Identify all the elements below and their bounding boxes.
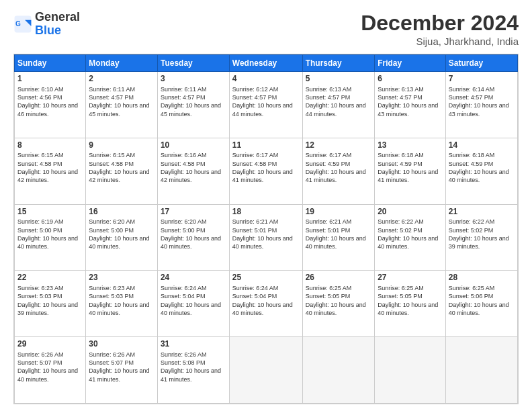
table-row [229, 337, 302, 404]
day-info: Sunrise: 6:13 AMSunset: 4:57 PMDaylight:… [378, 86, 438, 118]
day-number: 17 [161, 207, 226, 218]
table-row: 7Sunrise: 6:14 AMSunset: 4:57 PMDaylight… [445, 72, 517, 138]
day-number: 4 [232, 74, 300, 85]
day-info: Sunrise: 6:21 AMSunset: 5:01 PMDaylight:… [306, 218, 366, 250]
table-row: 23Sunrise: 6:23 AMSunset: 5:03 PMDayligh… [86, 271, 158, 337]
day-number: 31 [161, 339, 226, 350]
day-info: Sunrise: 6:25 AMSunset: 5:05 PMDaylight:… [306, 285, 366, 316]
page: G General Blue December 2024 Sijua, Jhar… [0, 0, 532, 411]
day-info: Sunrise: 6:18 AMSunset: 4:59 PMDaylight:… [449, 152, 509, 183]
header: G General Blue December 2024 Sijua, Jhar… [13, 11, 519, 47]
day-number: 3 [161, 74, 226, 85]
day-number: 9 [89, 140, 154, 151]
day-number: 16 [89, 207, 154, 218]
day-number: 23 [89, 273, 154, 283]
day-number: 14 [449, 140, 515, 151]
day-number: 30 [89, 339, 154, 350]
day-number: 5 [306, 74, 372, 85]
table-row: 15Sunrise: 6:19 AMSunset: 5:00 PMDayligh… [15, 204, 86, 271]
day-info: Sunrise: 6:23 AMSunset: 5:03 PMDaylight:… [89, 285, 149, 316]
day-number: 10 [161, 140, 226, 151]
table-row: 18Sunrise: 6:21 AMSunset: 5:01 PMDayligh… [229, 204, 302, 271]
day-number: 24 [161, 273, 226, 283]
table-row: 24Sunrise: 6:24 AMSunset: 5:04 PMDayligh… [157, 271, 229, 337]
table-row: 9Sunrise: 6:15 AMSunset: 4:58 PMDaylight… [86, 138, 158, 204]
table-row: 2Sunrise: 6:11 AMSunset: 4:57 PMDaylight… [86, 72, 158, 138]
week-row-1: 1Sunrise: 6:10 AMSunset: 4:56 PMDaylight… [15, 72, 518, 138]
table-row: 4Sunrise: 6:12 AMSunset: 4:57 PMDaylight… [229, 72, 302, 138]
day-info: Sunrise: 6:22 AMSunset: 5:02 PMDaylight:… [449, 218, 509, 250]
day-number: 27 [378, 273, 443, 283]
day-info: Sunrise: 6:22 AMSunset: 5:02 PMDaylight:… [378, 218, 438, 250]
day-number: 11 [232, 140, 300, 151]
table-row: 3Sunrise: 6:11 AMSunset: 4:57 PMDaylight… [157, 72, 229, 138]
table-row: 5Sunrise: 6:13 AMSunset: 4:57 PMDaylight… [302, 72, 375, 138]
table-row: 6Sunrise: 6:13 AMSunset: 4:57 PMDaylight… [375, 72, 446, 138]
table-row: 1Sunrise: 6:10 AMSunset: 4:56 PMDaylight… [15, 72, 86, 138]
calendar: Sunday Monday Tuesday Wednesday Thursday… [13, 54, 519, 404]
table-row: 16Sunrise: 6:20 AMSunset: 5:00 PMDayligh… [86, 204, 158, 271]
table-row: 8Sunrise: 6:15 AMSunset: 4:58 PMDaylight… [15, 138, 86, 204]
day-info: Sunrise: 6:24 AMSunset: 5:04 PMDaylight:… [232, 285, 293, 316]
logo-icon: G [13, 15, 32, 34]
day-info: Sunrise: 6:25 AMSunset: 5:06 PMDaylight:… [449, 285, 509, 316]
table-row: 30Sunrise: 6:26 AMSunset: 5:07 PMDayligh… [86, 337, 158, 404]
day-number: 2 [89, 74, 154, 85]
table-row [375, 337, 446, 404]
day-number: 29 [17, 339, 83, 350]
col-monday: Monday [86, 55, 158, 72]
day-number: 19 [306, 207, 372, 218]
table-row: 25Sunrise: 6:24 AMSunset: 5:04 PMDayligh… [229, 271, 302, 337]
table-row: 20Sunrise: 6:22 AMSunset: 5:02 PMDayligh… [375, 204, 446, 271]
table-row: 21Sunrise: 6:22 AMSunset: 5:02 PMDayligh… [445, 204, 517, 271]
day-info: Sunrise: 6:21 AMSunset: 5:01 PMDaylight:… [232, 218, 293, 250]
day-number: 28 [449, 273, 515, 283]
week-row-4: 22Sunrise: 6:23 AMSunset: 5:03 PMDayligh… [15, 271, 518, 337]
subtitle: Sijua, Jharkhand, India [361, 36, 519, 47]
day-info: Sunrise: 6:16 AMSunset: 4:58 PMDaylight:… [161, 152, 221, 183]
col-saturday: Saturday [445, 55, 517, 72]
table-row: 17Sunrise: 6:20 AMSunset: 5:00 PMDayligh… [157, 204, 229, 271]
day-number: 1 [17, 74, 83, 85]
day-info: Sunrise: 6:24 AMSunset: 5:04 PMDaylight:… [161, 285, 221, 316]
table-row: 26Sunrise: 6:25 AMSunset: 5:05 PMDayligh… [302, 271, 375, 337]
day-info: Sunrise: 6:17 AMSunset: 4:59 PMDaylight:… [306, 152, 366, 183]
table-row: 27Sunrise: 6:25 AMSunset: 5:05 PMDayligh… [375, 271, 446, 337]
week-row-2: 8Sunrise: 6:15 AMSunset: 4:58 PMDaylight… [15, 138, 518, 204]
day-info: Sunrise: 6:20 AMSunset: 5:00 PMDaylight:… [89, 218, 149, 250]
day-number: 15 [17, 207, 83, 218]
table-row [445, 337, 517, 404]
table-row: 31Sunrise: 6:26 AMSunset: 5:08 PMDayligh… [157, 337, 229, 404]
day-number: 18 [232, 207, 300, 218]
day-info: Sunrise: 6:15 AMSunset: 4:58 PMDaylight:… [17, 152, 78, 183]
day-info: Sunrise: 6:15 AMSunset: 4:58 PMDaylight:… [89, 152, 149, 183]
logo-text: General Blue [35, 11, 80, 38]
day-number: 26 [306, 273, 372, 283]
day-number: 6 [378, 74, 443, 85]
col-wednesday: Wednesday [229, 55, 302, 72]
day-number: 21 [449, 207, 515, 218]
title-block: December 2024 Sijua, Jharkhand, India [361, 11, 519, 47]
day-info: Sunrise: 6:26 AMSunset: 5:07 PMDaylight:… [17, 351, 78, 383]
day-number: 13 [378, 140, 443, 151]
day-number: 25 [232, 273, 300, 283]
col-sunday: Sunday [15, 55, 86, 72]
calendar-header-row: Sunday Monday Tuesday Wednesday Thursday… [15, 55, 518, 72]
day-info: Sunrise: 6:20 AMSunset: 5:00 PMDaylight:… [161, 218, 221, 250]
day-number: 7 [449, 74, 515, 85]
col-tuesday: Tuesday [157, 55, 229, 72]
table-row: 29Sunrise: 6:26 AMSunset: 5:07 PMDayligh… [15, 337, 86, 404]
day-number: 8 [17, 140, 83, 151]
day-number: 22 [17, 273, 83, 283]
table-row: 19Sunrise: 6:21 AMSunset: 5:01 PMDayligh… [302, 204, 375, 271]
day-info: Sunrise: 6:12 AMSunset: 4:57 PMDaylight:… [232, 86, 293, 118]
table-row: 14Sunrise: 6:18 AMSunset: 4:59 PMDayligh… [445, 138, 517, 204]
day-info: Sunrise: 6:26 AMSunset: 5:08 PMDaylight:… [161, 351, 221, 383]
day-info: Sunrise: 6:25 AMSunset: 5:05 PMDaylight:… [378, 285, 438, 316]
col-thursday: Thursday [302, 55, 375, 72]
table-row: 10Sunrise: 6:16 AMSunset: 4:58 PMDayligh… [157, 138, 229, 204]
week-row-3: 15Sunrise: 6:19 AMSunset: 5:00 PMDayligh… [15, 204, 518, 271]
day-info: Sunrise: 6:14 AMSunset: 4:57 PMDaylight:… [449, 86, 509, 118]
day-info: Sunrise: 6:23 AMSunset: 5:03 PMDaylight:… [17, 285, 78, 316]
day-info: Sunrise: 6:11 AMSunset: 4:57 PMDaylight:… [161, 86, 221, 118]
